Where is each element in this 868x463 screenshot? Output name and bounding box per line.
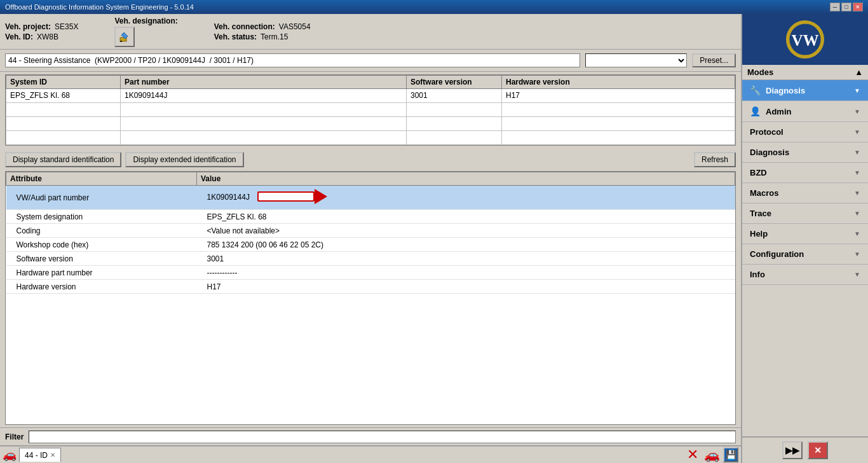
action-buttons-bar: Display standard identification Display … xyxy=(0,148,741,171)
top-info: Veh. project: SE35X Veh. ID: XW8B Veh. d… xyxy=(0,14,741,50)
sidebar-diagnosis-label: Diagnosis xyxy=(766,86,805,95)
refresh-button[interactable]: Refresh xyxy=(694,152,736,167)
display-standard-button[interactable]: Display standard identification xyxy=(5,152,121,167)
veh-designation-group: Veh. designation: xyxy=(114,17,177,47)
veh-project-row: Veh. project: SE35X xyxy=(5,22,78,31)
titlebar-controls: ─ □ ✕ xyxy=(830,3,863,11)
sidebar-forward-button[interactable]: ▶▶ xyxy=(782,441,803,459)
configuration-chevron-icon: ▼ xyxy=(854,251,860,258)
veh-connection-row: Veh. connection: VAS5054 xyxy=(214,22,311,31)
info-chevron-icon: ▼ xyxy=(854,271,860,278)
veh-id-row: Veh. ID: XW8B xyxy=(5,32,78,41)
extid-attribute-cell: Hardware version xyxy=(6,280,197,294)
extid-table-area: Attribute Value VW/Audi part number1K090… xyxy=(5,171,736,425)
sidebar-item-admin[interactable]: 👤 Admin ▼ xyxy=(742,101,868,122)
veh-id-value: XW8B xyxy=(37,32,58,41)
delete-button[interactable]: ✕ xyxy=(685,447,700,462)
preset-dropdown[interactable] xyxy=(585,53,687,67)
admin-chevron-icon: ▼ xyxy=(854,108,860,115)
module-title-input[interactable] xyxy=(5,53,580,67)
modes-collapse-icon[interactable]: ▲ xyxy=(855,67,863,77)
maximize-button[interactable]: □ xyxy=(841,3,851,11)
sidebar-item-bzd[interactable]: BZD ▼ xyxy=(742,163,868,183)
sidebar-item-protocol[interactable]: Protocol ▼ xyxy=(742,122,868,142)
sidebar-item-diagnosis[interactable]: 🔧 Diagnosis ▼ xyxy=(742,80,868,101)
extid-value-cell: ------------ xyxy=(197,266,735,280)
protocol-chevron-icon: ▼ xyxy=(854,128,860,135)
extid-tbody: VW/Audi part number1K0909144J System des… xyxy=(6,186,735,294)
table-row: Hardware versionH17 xyxy=(6,280,735,294)
extid-value-cell: 785 1324 200 (00 06 46 22 05 2C) xyxy=(197,238,735,252)
extid-value-cell: EPS_ZFLS Kl. 68 xyxy=(197,210,735,224)
diagnosis-chevron-icon: ▼ xyxy=(854,87,860,94)
sidebar-items: 🔧 Diagnosis ▼ 👤 Admin ▼ Protocol ▼ xyxy=(742,80,868,436)
sidebar-item-macros[interactable]: Macros ▼ xyxy=(742,183,868,204)
sysid-empty-row-2 xyxy=(6,117,735,131)
sidebar-item-protocol-inner: Protocol xyxy=(750,127,783,137)
sidebar-diagnosis2-label: Diagnosis xyxy=(750,148,789,157)
edit-designation-button[interactable] xyxy=(114,27,135,47)
bottom-tab-bar: 🚗 44 - ID ✕ ✕ 🚗 💾 xyxy=(0,445,741,463)
tab-label: 44 - ID xyxy=(25,451,48,460)
sysid-part-number-cell: 1K0909144J xyxy=(121,89,407,103)
right-sidebar: VW Modes ▲ 🔧 Diagnosis ▼ 👤 Admin xyxy=(741,14,868,463)
sysid-col-hw-version: Hardware version xyxy=(502,76,735,89)
extid-attribute-cell: VW/Audi part number xyxy=(6,186,197,210)
veh-designation-edit-row xyxy=(114,27,177,47)
tab-close-button[interactable]: ✕ xyxy=(50,452,55,459)
veh-status-row: Veh. status: Term.15 xyxy=(214,32,311,41)
close-button[interactable]: ✕ xyxy=(853,3,863,11)
veh-connection-value: VAS5054 xyxy=(279,22,311,31)
sidebar-help-label: Help xyxy=(750,229,768,238)
car-small-icon[interactable]: 🚗 xyxy=(704,447,719,462)
titlebar-title: Offboard Diagnostic Information System E… xyxy=(5,3,194,11)
filter-bar: Filter xyxy=(0,427,741,445)
sysid-hw-version-cell: H17 xyxy=(502,89,735,103)
filter-input[interactable] xyxy=(29,431,736,443)
sidebar-item-trace-inner: Trace xyxy=(750,209,771,218)
sidebar-item-macros-inner: Macros xyxy=(750,188,779,198)
sysid-table: System ID Part number Software version H… xyxy=(6,75,735,145)
extid-attribute-cell: Coding xyxy=(6,224,197,238)
vw-logo-svg: VW xyxy=(788,22,822,57)
main-layout: Veh. project: SE35X Veh. ID: XW8B Veh. d… xyxy=(0,14,868,463)
sidebar-macros-label: Macros xyxy=(750,188,779,198)
red-arrow-annotation xyxy=(257,188,327,207)
forward-icon: ▶▶ xyxy=(785,445,799,455)
display-extended-button[interactable]: Display extended identification xyxy=(125,152,243,167)
sidebar-item-diagnosis2[interactable]: Diagnosis ▼ xyxy=(742,142,868,163)
save-button[interactable]: 💾 xyxy=(723,447,738,462)
table-row: System designationEPS_ZFLS Kl. 68 xyxy=(6,210,735,224)
help-chevron-icon: ▼ xyxy=(854,230,860,237)
sidebar-item-trace[interactable]: Trace ▼ xyxy=(742,204,868,224)
sidebar-close-button[interactable]: ✕ xyxy=(808,441,828,459)
extid-attribute-cell: Software version xyxy=(6,252,197,266)
sidebar-item-help[interactable]: Help ▼ xyxy=(742,224,868,244)
diagnosis-icon: 🔧 xyxy=(750,85,761,95)
bzd-chevron-icon: ▼ xyxy=(854,169,860,176)
sidebar-trace-label: Trace xyxy=(750,209,771,218)
tab-44-id[interactable]: 44 - ID ✕ xyxy=(19,448,61,462)
sysid-sw-version-cell: 3001 xyxy=(407,89,502,103)
filter-label: Filter xyxy=(5,432,24,441)
sidebar-item-info[interactable]: Info ▼ xyxy=(742,265,868,285)
table-row: Hardware part number------------ xyxy=(6,266,735,280)
table-row: Coding<Value not available> xyxy=(6,224,735,238)
preset-button[interactable]: Preset... xyxy=(692,53,736,67)
minimize-button[interactable]: ─ xyxy=(830,3,840,11)
table-row: EPS_ZFLS Kl. 68 1K0909144J 3001 H17 xyxy=(6,89,735,103)
table-row: Workshop code (hex)785 1324 200 (00 06 4… xyxy=(6,238,735,252)
sysid-table-area: System ID Part number Software version H… xyxy=(5,74,736,146)
sysid-empty-row-3 xyxy=(6,131,735,145)
close-icon: ✕ xyxy=(814,445,822,455)
sidebar-item-configuration-inner: Configuration xyxy=(750,249,804,259)
sysid-tbody: EPS_ZFLS Kl. 68 1K0909144J 3001 H17 xyxy=(6,89,735,145)
sidebar-item-configuration[interactable]: Configuration ▼ xyxy=(742,244,868,265)
extid-attribute-cell: System designation xyxy=(6,210,197,224)
sidebar-item-diagnosis-inner: 🔧 Diagnosis xyxy=(750,85,805,95)
vw-logo: VW xyxy=(786,20,824,59)
svg-marker-5 xyxy=(315,189,327,204)
veh-connection-label: Veh. connection: xyxy=(214,22,275,31)
edit-icon xyxy=(119,31,130,43)
svg-text:VW: VW xyxy=(791,32,818,49)
